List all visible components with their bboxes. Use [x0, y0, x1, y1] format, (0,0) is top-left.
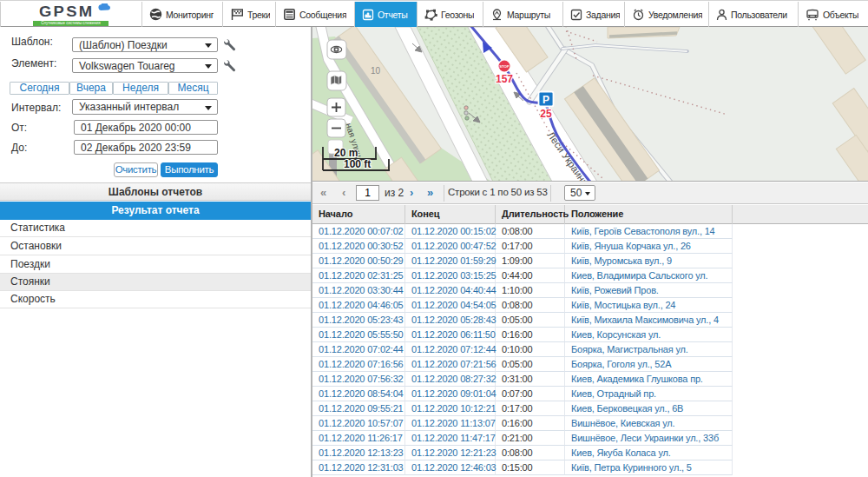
- svg-text:100 ft: 100 ft: [344, 158, 371, 170]
- svg-text:P: P: [542, 94, 549, 106]
- svg-text:25: 25: [540, 108, 552, 120]
- svg-text:10: 10: [371, 66, 381, 76]
- svg-text:157: 157: [496, 73, 513, 85]
- svg-text:STOP: STOP: [499, 64, 510, 69]
- svg-text:20 m: 20 m: [334, 147, 358, 159]
